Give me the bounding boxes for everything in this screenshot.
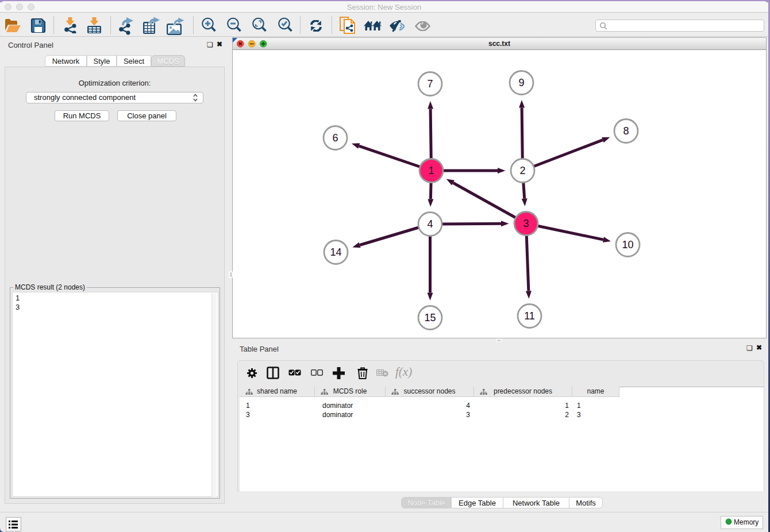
svg-text:4: 4 — [427, 218, 433, 230]
svg-text:14: 14 — [330, 246, 341, 258]
svg-text:1: 1 — [428, 165, 434, 176]
svg-text:3: 3 — [523, 218, 529, 229]
svg-text:9: 9 — [518, 77, 524, 88]
svg-text:2: 2 — [519, 165, 525, 176]
svg-text:7: 7 — [427, 78, 433, 90]
svg-text:10: 10 — [622, 239, 633, 250]
svg-text:15: 15 — [424, 312, 436, 323]
svg-text:11: 11 — [524, 310, 535, 322]
svg-text:8: 8 — [623, 125, 629, 137]
svg-text:6: 6 — [332, 132, 338, 144]
